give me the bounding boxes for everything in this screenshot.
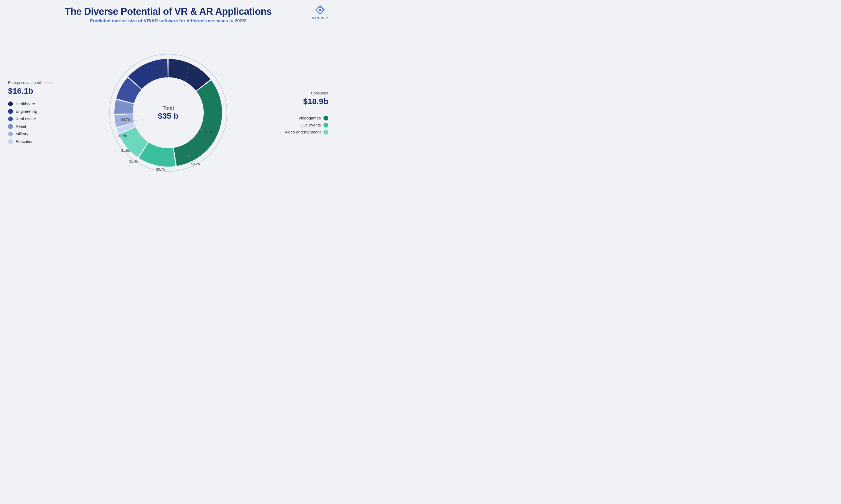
subtitle: Predicted market size of VR/AR software … bbox=[0, 18, 336, 24]
donut-canvas bbox=[106, 51, 230, 175]
healthcare-label: Healthcare bbox=[16, 102, 35, 106]
legend-item-military: Military bbox=[8, 131, 67, 137]
legend-item-real-estate: Real estate bbox=[8, 116, 67, 121]
enterprise-label: Enterprise and public sector bbox=[8, 80, 67, 85]
live-events-label: Live events bbox=[300, 123, 321, 127]
education-dot bbox=[8, 139, 13, 144]
education-label: Education bbox=[16, 139, 34, 144]
content-area: Enterprise and public sector $16.1b Heal… bbox=[0, 24, 336, 201]
legend-item-retail: Retail bbox=[8, 124, 67, 129]
right-legend: Videogames Live events Video entertainme… bbox=[285, 116, 328, 134]
engineering-dot bbox=[8, 109, 13, 114]
center-chart: Total $35 b bbox=[67, 51, 269, 175]
consumer-value: $18.9b bbox=[303, 97, 328, 106]
video-entertainment-dot bbox=[323, 130, 328, 134]
real-estate-label: Real estate bbox=[16, 116, 36, 121]
logo-text: DESUViT bbox=[312, 17, 328, 20]
logo-icon bbox=[314, 4, 326, 16]
legend-item-education: Education bbox=[8, 139, 67, 144]
svg-rect-1 bbox=[319, 9, 321, 11]
left-panel: Enterprise and public sector $16.1b Heal… bbox=[5, 80, 67, 145]
retail-dot bbox=[8, 124, 13, 129]
legend-item-engineering: Engineering bbox=[8, 109, 67, 114]
right-panel: Consumer $18.9b Videogames Live events V… bbox=[269, 91, 331, 134]
main-title: The Diverse Potential of VR & AR Applica… bbox=[0, 6, 336, 17]
real-estate-dot bbox=[8, 116, 13, 121]
healthcare-dot bbox=[8, 102, 13, 106]
legend-item-video-entertainment: Video entertainment bbox=[285, 130, 328, 134]
videogames-dot bbox=[323, 116, 328, 121]
consumer-label: Consumer bbox=[311, 91, 328, 95]
live-events-dot bbox=[323, 123, 328, 128]
engineering-label: Engineering bbox=[16, 109, 37, 113]
legend-item-healthcare: Healthcare bbox=[8, 102, 67, 106]
logo: DESUViT bbox=[312, 4, 328, 20]
military-label: Military bbox=[16, 131, 29, 136]
legend-item-videogames: Videogames bbox=[299, 116, 328, 121]
page: The Diverse Potential of VR & AR Applica… bbox=[0, 0, 336, 201]
military-dot bbox=[8, 131, 13, 137]
chart-container: Total $35 b bbox=[106, 51, 230, 175]
header: The Diverse Potential of VR & AR Applica… bbox=[0, 0, 336, 24]
legend-item-live-events: Live events bbox=[300, 123, 328, 128]
retail-label: Retail bbox=[16, 124, 26, 129]
videogames-label: Videogames bbox=[299, 116, 321, 120]
video-entertainment-label: Video entertainment bbox=[285, 130, 321, 134]
enterprise-value: $16.1b bbox=[8, 86, 67, 95]
